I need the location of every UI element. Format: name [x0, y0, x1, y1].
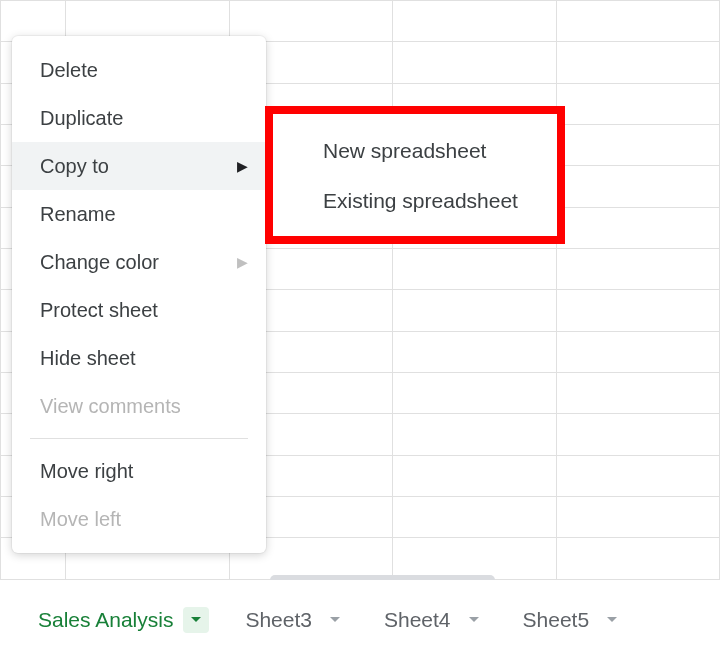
menu-change-color-label: Change color [40, 251, 159, 274]
sheet-tab-bar: Sales Analysis Sheet3 Sheet4 Sheet5 [0, 580, 720, 660]
menu-move-right[interactable]: Move right [12, 447, 266, 495]
menu-protect-sheet[interactable]: Protect sheet [12, 286, 266, 334]
menu-copy-to[interactable]: Copy to ▶ [12, 142, 266, 190]
menu-hide-sheet-label: Hide sheet [40, 347, 136, 370]
menu-change-color[interactable]: Change color ▶ [12, 238, 266, 286]
tab-dropdown-icon[interactable] [461, 607, 487, 633]
tab-label: Sales Analysis [38, 608, 173, 632]
menu-hide-sheet[interactable]: Hide sheet [12, 334, 266, 382]
tab-sheet4[interactable]: Sheet4 [366, 591, 505, 649]
submenu-existing-spreadsheet-label: Existing spreadsheet [323, 189, 518, 213]
menu-view-comments: View comments [12, 382, 266, 430]
submenu-new-spreadsheet[interactable]: New spreadsheet [265, 126, 565, 176]
menu-delete-label: Delete [40, 59, 98, 82]
sheet-context-menu: Delete Duplicate Copy to ▶ Rename Change… [12, 36, 266, 553]
menu-rename-label: Rename [40, 203, 116, 226]
submenu-new-spreadsheet-label: New spreadsheet [323, 139, 486, 163]
menu-protect-sheet-label: Protect sheet [40, 299, 158, 322]
menu-move-left-label: Move left [40, 508, 121, 531]
menu-copy-to-label: Copy to [40, 155, 109, 178]
menu-move-right-label: Move right [40, 460, 133, 483]
submenu-existing-spreadsheet[interactable]: Existing spreadsheet [265, 176, 565, 226]
menu-duplicate-label: Duplicate [40, 107, 123, 130]
tab-sheet5[interactable]: Sheet5 [505, 591, 644, 649]
submenu-arrow-icon: ▶ [237, 254, 248, 270]
tab-sales-analysis[interactable]: Sales Analysis [20, 591, 227, 649]
tab-dropdown-icon[interactable] [322, 607, 348, 633]
menu-rename[interactable]: Rename [12, 190, 266, 238]
menu-move-left: Move left [12, 495, 266, 543]
tab-label: Sheet4 [384, 608, 451, 632]
tab-dropdown-icon[interactable] [599, 607, 625, 633]
copy-to-submenu: New spreadsheet Existing spreadsheet [265, 108, 565, 244]
tab-label: Sheet5 [523, 608, 590, 632]
menu-duplicate[interactable]: Duplicate [12, 94, 266, 142]
tab-dropdown-icon[interactable] [183, 607, 209, 633]
menu-delete[interactable]: Delete [12, 46, 266, 94]
menu-view-comments-label: View comments [40, 395, 181, 418]
tab-label: Sheet3 [245, 608, 312, 632]
tab-sheet3[interactable]: Sheet3 [227, 591, 366, 649]
menu-separator [30, 438, 248, 439]
submenu-arrow-icon: ▶ [237, 158, 248, 174]
